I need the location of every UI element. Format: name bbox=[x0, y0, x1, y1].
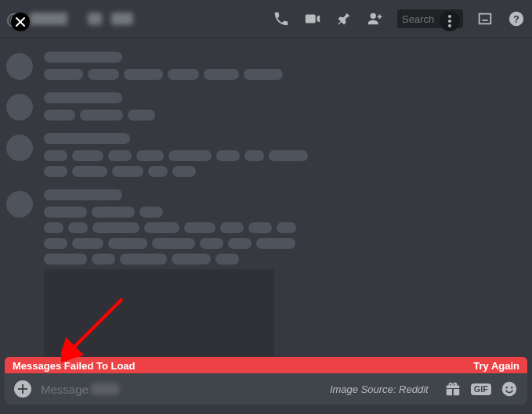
error-message: Messages Failed To Load bbox=[13, 360, 136, 372]
help-icon[interactable]: ? bbox=[507, 9, 526, 28]
avatar bbox=[6, 191, 33, 218]
svg-point-4 bbox=[448, 24, 451, 27]
recipient-redacted bbox=[91, 383, 119, 394]
svg-point-8 bbox=[511, 387, 513, 389]
attach-button[interactable] bbox=[14, 380, 31, 398]
svg-point-6 bbox=[502, 382, 516, 396]
message-skeleton bbox=[6, 92, 519, 125]
close-icon bbox=[15, 16, 26, 27]
inbox-icon[interactable] bbox=[476, 9, 494, 28]
start-voice-call-icon[interactable] bbox=[272, 9, 291, 28]
avatar bbox=[6, 135, 33, 161]
avatar bbox=[6, 53, 33, 80]
gif-picker-button[interactable]: GIF bbox=[471, 383, 491, 395]
message-skeleton bbox=[6, 133, 519, 182]
avatar bbox=[6, 94, 33, 121]
svg-point-3 bbox=[448, 20, 451, 23]
svg-point-7 bbox=[506, 387, 508, 389]
add-friends-icon[interactable] bbox=[366, 9, 385, 28]
more-options-overlay-icon[interactable] bbox=[440, 11, 460, 31]
header-redacted bbox=[88, 13, 102, 25]
try-again-button[interactable]: Try Again bbox=[473, 360, 519, 372]
image-source-note: Image Source: Reddit bbox=[330, 383, 429, 395]
start-video-call-icon[interactable] bbox=[303, 9, 322, 28]
svg-point-2 bbox=[448, 15, 451, 18]
message-list-skeleton bbox=[0, 38, 532, 387]
header-title-area: @ bbox=[6, 10, 272, 28]
channel-name-redacted bbox=[30, 13, 67, 25]
input-action-icons: GIF bbox=[444, 380, 518, 398]
message-input[interactable] bbox=[41, 383, 320, 396]
header-redacted bbox=[111, 13, 133, 25]
message-skeleton bbox=[6, 52, 519, 85]
plus-icon bbox=[18, 384, 27, 394]
header-actions: ? bbox=[272, 9, 526, 28]
pinned-messages-icon[interactable] bbox=[335, 9, 353, 28]
emoji-picker-icon[interactable] bbox=[501, 380, 518, 398]
error-bar: Messages Failed To Load Try Again bbox=[5, 357, 527, 374]
svg-text:?: ? bbox=[513, 13, 519, 25]
close-overlay-button[interactable] bbox=[11, 13, 30, 31]
message-input-bar: Image Source: Reddit GIF bbox=[5, 373, 527, 405]
gift-icon[interactable] bbox=[444, 380, 461, 398]
